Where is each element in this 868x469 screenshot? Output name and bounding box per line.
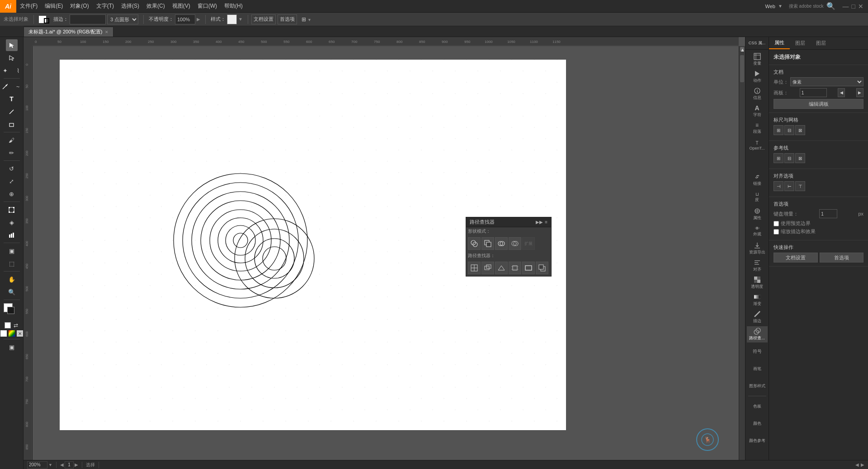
none-type[interactable]: ✕ xyxy=(17,330,23,337)
color-type[interactable] xyxy=(0,330,7,337)
style-arrow[interactable]: ▼ xyxy=(238,17,243,22)
slice-tool[interactable]: ⬚ xyxy=(6,258,18,269)
quick-doc-settings[interactable]: 文档设置 xyxy=(774,253,818,263)
artboard-prev[interactable]: ◀ xyxy=(838,88,845,97)
align-center-h[interactable]: ⊢ xyxy=(784,181,794,191)
panel-item-graphic-styles[interactable]: 图形样式 xyxy=(747,378,768,394)
stroke-swatch[interactable] xyxy=(44,18,49,23)
lasso-tool[interactable]: ⌇ xyxy=(12,65,24,76)
artboard-number-input[interactable] xyxy=(800,88,827,97)
edit-palette-btn[interactable]: 编辑调板 xyxy=(774,99,863,109)
artboard-prev-btn[interactable]: ◀ xyxy=(60,462,64,467)
ruler-icon-2[interactable]: ⊟ xyxy=(784,125,794,135)
artboard-next[interactable]: ▶ xyxy=(856,88,863,97)
artboard-tool[interactable]: ▣ xyxy=(6,245,18,257)
zoom-tool[interactable]: 🔍 xyxy=(6,286,18,298)
panel-item-transparency[interactable]: 透明度 xyxy=(747,275,768,291)
tab-layers[interactable]: 图层 xyxy=(790,37,811,49)
outline-btn[interactable] xyxy=(522,262,535,274)
tab-properties[interactable]: 属性 xyxy=(769,37,790,49)
exclude-btn[interactable] xyxy=(509,237,521,250)
panel-item-character[interactable]: A 字符 xyxy=(747,103,768,119)
swap-colors[interactable]: ⇄ xyxy=(13,322,19,328)
panel-item-align[interactable]: 对齐 xyxy=(747,258,768,274)
pencil-tool[interactable]: ✏ xyxy=(6,147,18,159)
gradient-type[interactable] xyxy=(9,330,15,337)
graph-tool[interactable] xyxy=(6,229,18,241)
paintbrush-tool[interactable]: 🖌 xyxy=(6,134,18,146)
curvature-tool[interactable]: ~ xyxy=(12,80,24,92)
scale-strokes-checkbox[interactable] xyxy=(774,229,779,234)
v-scroll-up[interactable]: ▲ xyxy=(740,47,744,52)
stroke-type-select[interactable]: 3 点圆形 1 点基本 xyxy=(107,14,138,24)
menu-file[interactable]: 文件(F) xyxy=(16,0,41,12)
merge-btn[interactable] xyxy=(495,262,508,274)
rotate-tool[interactable]: ↺ xyxy=(6,163,18,174)
menu-effect[interactable]: 效果(C) xyxy=(143,0,169,12)
symbol-tool[interactable]: ◈ xyxy=(6,216,18,228)
canvas-area[interactable]: 0 50 100 150 200 250 300 350 400 450 500… xyxy=(24,37,745,469)
doc-settings-btn[interactable]: 文档设置 xyxy=(251,14,276,24)
panel-item-stroke[interactable]: 描边 xyxy=(747,309,768,325)
hand-tool[interactable]: ✋ xyxy=(6,273,18,285)
style-swatch[interactable] xyxy=(227,14,237,24)
menu-window[interactable]: 窗口(W) xyxy=(194,0,221,12)
unite-btn[interactable] xyxy=(468,237,481,250)
minus-front-btn[interactable] xyxy=(481,237,494,250)
direct-selection-tool[interactable] xyxy=(6,52,18,64)
align-right[interactable]: ⊤ xyxy=(795,181,805,191)
ruler-icon-3[interactable]: ⊠ xyxy=(795,125,805,135)
scale-tool[interactable]: ⤢ xyxy=(6,175,18,187)
panel-item-gradient[interactable]: 渐变 xyxy=(747,292,768,308)
zoom-arrow[interactable]: ▼ xyxy=(48,463,52,467)
menu-type[interactable]: 文字(T) xyxy=(93,0,118,12)
stroke-input[interactable] xyxy=(70,14,106,24)
menu-edit[interactable]: 编辑(E) xyxy=(41,0,66,12)
panel-item-symbols[interactable]: 符号 xyxy=(747,343,768,360)
panel-item-swatches[interactable]: 色板 xyxy=(747,398,768,414)
status-right-arrow[interactable]: ▶ xyxy=(861,462,864,467)
ref-icon-3[interactable]: ⊠ xyxy=(795,153,805,163)
panel-item-attrs[interactable]: 属性 xyxy=(747,206,768,222)
default-colors[interactable] xyxy=(5,322,11,328)
selection-tool[interactable] xyxy=(6,39,18,51)
menu-object[interactable]: 对象(O) xyxy=(66,0,92,12)
panel-item-export[interactable]: 资源导出 xyxy=(747,240,768,257)
v-scroll-thumb[interactable] xyxy=(740,55,744,82)
ruler-icon-1[interactable]: ⊞ xyxy=(774,125,783,135)
artboard-next-btn[interactable]: ▶ xyxy=(75,462,78,467)
keyboard-input[interactable] xyxy=(819,209,837,218)
panel-item-transform[interactable]: 变量 xyxy=(747,52,768,68)
opacity-arrow[interactable]: ▶ xyxy=(197,17,200,22)
stroke-color[interactable] xyxy=(7,307,14,314)
preferences-btn[interactable]: 首选项 xyxy=(278,14,297,24)
screen-mode[interactable]: ▣ xyxy=(6,341,18,353)
panel-item-brushes[interactable]: 画笔 xyxy=(747,361,768,377)
line-tool[interactable] xyxy=(6,106,18,117)
ref-icon-2[interactable]: ⊟ xyxy=(784,153,794,163)
quick-preferences[interactable]: 首选项 xyxy=(820,253,864,263)
pathfinder-collapse[interactable]: ▶▶ xyxy=(536,220,543,225)
menu-view[interactable]: 视图(V) xyxy=(169,0,194,12)
free-transform-tool[interactable] xyxy=(6,204,18,216)
panel-item-appearance[interactable]: 👁 外观 xyxy=(747,223,768,239)
tab-main[interactable]: 未标题-1.ai* @ 200% (RGB/配置) ✕ xyxy=(24,27,113,37)
panel-item-action[interactable]: 动作 xyxy=(747,69,768,85)
ref-icon-1[interactable]: ⊞ xyxy=(774,153,783,163)
expand-btn[interactable]: 扩展 xyxy=(522,237,535,250)
trim-btn[interactable] xyxy=(481,262,494,274)
panel-item-links[interactable]: 链接 xyxy=(747,172,768,188)
panel-item-info[interactable]: i 信息 xyxy=(747,86,768,102)
zoom-input[interactable] xyxy=(27,461,47,469)
minus-back-btn[interactable] xyxy=(536,262,548,274)
use-preview-checkbox[interactable] xyxy=(774,221,779,226)
rect-tool[interactable] xyxy=(6,118,18,130)
menu-help[interactable]: 帮助(H) xyxy=(221,0,246,12)
menu-select[interactable]: 选择(S) xyxy=(118,0,143,12)
opacity-input[interactable] xyxy=(175,14,195,24)
pen-tool[interactable] xyxy=(0,80,11,92)
unit-select[interactable]: 像素 毫米 厘米 xyxy=(790,77,863,86)
arrange-btn[interactable]: ⊞ ▼ xyxy=(302,16,311,23)
panel-item-paragraph[interactable]: ≡ 段落 xyxy=(747,120,768,136)
intersect-btn[interactable] xyxy=(495,237,508,250)
